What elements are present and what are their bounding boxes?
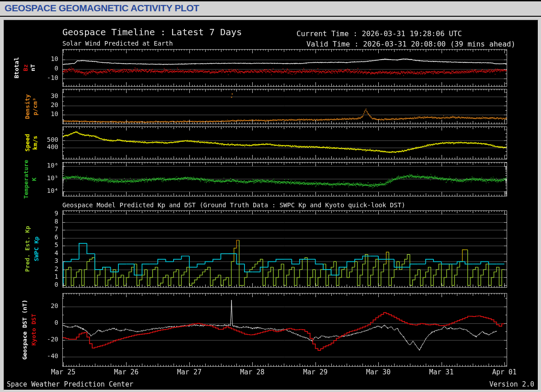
y-tick-label: -40 [47, 353, 58, 359]
y-tick-label: 400 [47, 144, 58, 150]
x-tick-label: Mar 29 [303, 369, 328, 376]
y-tick-label: 0 [55, 319, 58, 326]
page-title: GEOSPACE GEOMAGNETIC ACTIVITY PLOT [5, 3, 199, 14]
y-tick-label: 20 [51, 102, 58, 108]
plot-title: Geospace Timeline : Latest 7 Days [62, 27, 242, 37]
axis-label-kyoto-dst: Kyoto DST [31, 314, 37, 345]
y-tick-label: -10 [47, 75, 58, 81]
y-tick-label: 2 [55, 266, 58, 272]
x-tick-label: Mar 30 [366, 369, 390, 376]
x-tick-label: Mar 28 [240, 369, 264, 376]
axis-label-km-s: km/s [32, 135, 38, 149]
y-tick-label: 10 [51, 111, 58, 117]
x-tick-label: Mar 27 [177, 369, 202, 376]
y-tick-label: 6 [55, 234, 58, 241]
y-tick-label: -20 [47, 336, 58, 343]
valid-time-label: Valid Time : 2026-03-31 20:08:00 (39 min… [306, 40, 515, 48]
x-tick-label: Mar 26 [114, 369, 138, 376]
y-tick-label: 10 [51, 56, 58, 62]
header-divider [0, 16, 541, 17]
y-tick-label: 500 [47, 136, 58, 143]
y-tick-label: 5 [55, 242, 58, 248]
y-tick-label: 10⁵ [47, 175, 58, 182]
axis-label-k: K [31, 177, 38, 181]
y-tick-label: 10⁶ [47, 162, 58, 169]
axis-label-speed: Speed [24, 134, 31, 151]
y-tick-label: 10⁴ [47, 187, 58, 194]
y-tick-label: 20 [51, 303, 58, 309]
axis-label-bz: Bz [23, 64, 29, 71]
geospace-activity-page: GEOSPACE GEOMAGNETIC ACTIVITY PLOT Geosp… [0, 0, 541, 392]
footer-version-label: Version 2.0 [489, 381, 534, 388]
y-tick-label: 0 [55, 65, 58, 72]
kp-dst-section-title: Geospace Model Predicted Kp and DST (Gro… [62, 202, 405, 209]
x-tick-label: Apr 01 [492, 369, 517, 376]
solar-wind-subtitle: Solar Wind Predicted at Earth [62, 40, 173, 47]
y-tick-label: 7 [55, 226, 58, 233]
y-tick-label: 3 [55, 257, 58, 264]
x-tick-label: Mar 25 [51, 369, 75, 376]
axis-label-geospace-dst-nt: Geospace DST (nT) [22, 299, 28, 359]
y-tick-label: 30 [51, 93, 58, 99]
y-tick-label: 0 [55, 281, 58, 288]
x-tick-label: Mar 31 [429, 369, 453, 376]
plot-image: Geospace Timeline : Latest 7 Days Curren… [4, 20, 538, 390]
current-time-label: Current Time : 2026-03-31 19:28:06 UTC [296, 30, 462, 38]
axis-label-pred-est-kp: Pred. Est. Kp [24, 226, 31, 272]
footer-source-label: Space Weather Prediction Center [7, 381, 133, 388]
y-tick-label: 9 [55, 210, 58, 217]
axis-label-p-cm: p/cm³ [32, 98, 38, 115]
y-tick-label: 8 [55, 218, 58, 225]
axis-label-swpc-kp: SWPC Kp [33, 237, 40, 261]
y-tick-label: 4 [55, 250, 58, 257]
axis-label-density: Density [24, 94, 31, 119]
axis-label-btotal: Btotal [14, 57, 20, 79]
top-border [0, 0, 541, 1]
y-tick-label: 1 [55, 273, 58, 280]
axis-label-nt: nT [30, 64, 36, 71]
axis-label-temperature: Temperature [23, 159, 29, 198]
